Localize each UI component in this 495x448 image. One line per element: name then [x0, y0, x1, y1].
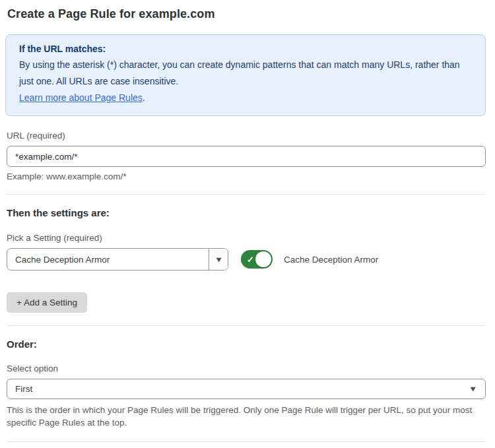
- add-setting-button[interactable]: + Add a Setting: [7, 292, 87, 313]
- chevron-down-icon: ▼: [469, 385, 478, 393]
- page-rule-form: Create a Page Rule for example.com If th…: [0, 0, 495, 448]
- info-box-body: By using the asterisk (*) character, you…: [19, 57, 468, 90]
- toggle-label: Cache Deception Armor: [284, 255, 378, 265]
- info-box-link-line: Learn more about Page Rules.: [19, 90, 472, 106]
- order-select-label: Select option: [7, 364, 486, 373]
- settings-section-heading: Then the settings are:: [7, 207, 486, 218]
- order-select-value: First: [7, 384, 469, 394]
- url-example-text: Example: www.example.com/*: [7, 172, 486, 181]
- order-select[interactable]: First ▼: [7, 379, 486, 399]
- divider-3: [7, 441, 486, 442]
- order-section-heading: Order:: [7, 338, 486, 350]
- url-input[interactable]: [7, 146, 486, 167]
- check-icon: ✓: [247, 255, 254, 265]
- chevron-down-icon: ▼: [214, 256, 223, 263]
- order-help-text: This is the order in which your Page Rul…: [7, 404, 482, 429]
- page-title: Create a Page Rule for example.com: [7, 7, 486, 21]
- toggle-knob: [255, 251, 271, 267]
- info-box-heading: If the URL matches:: [19, 44, 472, 54]
- setting-picker-select[interactable]: Cache Deception Armor ▼: [7, 248, 228, 271]
- setting-row: Cache Deception Armor ▼ ✓ Cache Deceptio…: [7, 248, 486, 271]
- divider-1: [7, 194, 486, 195]
- learn-more-link[interactable]: Learn more about Page Rules: [19, 92, 143, 103]
- setting-picker-value: Cache Deception Armor: [7, 249, 209, 270]
- setting-picker-arrow-button[interactable]: ▼: [209, 249, 228, 270]
- link-suffix: .: [143, 92, 145, 103]
- url-field-label: URL (required): [7, 131, 486, 141]
- divider-2: [7, 325, 486, 326]
- cache-deception-armor-toggle[interactable]: ✓: [241, 250, 273, 269]
- url-match-info-box: If the URL matches: By using the asteris…: [5, 34, 486, 116]
- setting-picker-label: Pick a Setting (required): [7, 233, 486, 243]
